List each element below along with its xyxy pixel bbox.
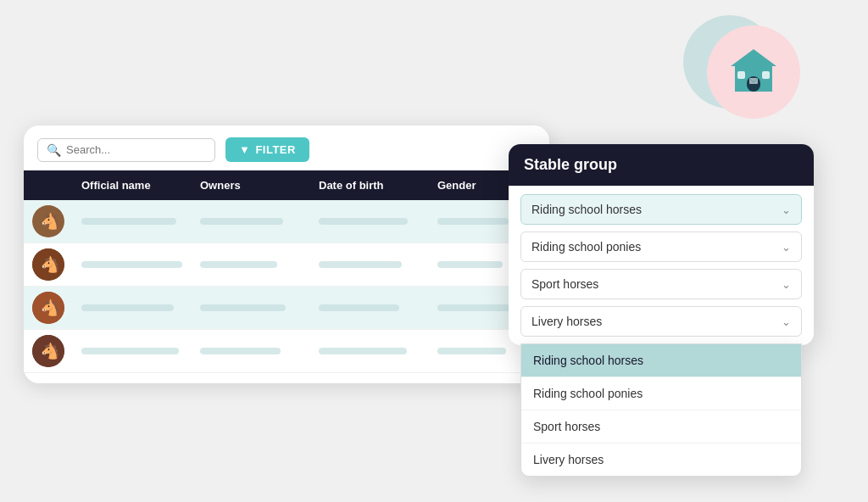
dropdown-label: Riding school ponies: [531, 240, 641, 254]
table-body: 🐴 🐴 🐴: [24, 200, 549, 373]
dropdown-list-item-label: Livery horses: [533, 453, 604, 466]
avatar: 🐴: [32, 205, 64, 237]
svg-text:🐴: 🐴: [41, 342, 60, 360]
barn-icon: [724, 42, 783, 102]
avatar: 🐴: [32, 248, 64, 281]
filter-label: FILTER: [255, 143, 296, 156]
table-row[interactable]: 🐴: [24, 287, 549, 330]
svg-marker-0: [731, 49, 776, 66]
stable-panel: Stable group Riding school horses ⌄ Ridi…: [509, 144, 814, 345]
filter-icon: ▼: [239, 143, 250, 156]
stable-panel-header: Stable group: [509, 144, 814, 186]
search-input[interactable]: [66, 143, 206, 156]
dropdown-list-item-label: Riding school horses: [533, 354, 643, 367]
stable-panel-title: Stable group: [524, 156, 617, 173]
dropdown-sport-horses[interactable]: Sport horses ⌄: [520, 269, 802, 299]
dropdown-livery-horses[interactable]: Livery horses ⌄: [520, 306, 802, 337]
svg-text:🐴: 🐴: [41, 255, 60, 274]
svg-rect-4: [762, 71, 770, 79]
col-avatar: [24, 170, 75, 200]
dropdown-label: Sport horses: [531, 277, 598, 291]
dropdown-list-item-label: Riding school ponies: [533, 387, 643, 400]
col-official-name: Official name: [75, 170, 193, 200]
dropdown-label: Livery horses: [531, 315, 602, 328]
table-card: 🔍 ▼ FILTER Official name Owners Date of …: [24, 126, 549, 383]
filter-button[interactable]: ▼ FILTER: [225, 137, 309, 162]
dropdown-riding-school-horses[interactable]: Riding school horses ⌄: [520, 194, 802, 225]
dropdown-list-item-sport-horses[interactable]: Sport horses: [521, 410, 801, 443]
scene: 🔍 ▼ FILTER Official name Owners Date of …: [0, 0, 868, 502]
svg-rect-3: [737, 71, 745, 79]
chevron-down-icon: ⌄: [782, 278, 791, 291]
table-row[interactable]: 🐴: [24, 200, 549, 243]
avatar: 🐴: [32, 335, 64, 367]
chevron-down-icon: ⌄: [782, 204, 791, 216]
toolbar: 🔍 ▼ FILTER: [24, 126, 549, 170]
dropdown-list-item-riding-school-horses[interactable]: Riding school horses: [521, 344, 801, 377]
chevron-down-icon: ⌄: [782, 241, 791, 254]
dropdown-list-item-livery-horses[interactable]: Livery horses: [521, 443, 801, 476]
barn-circle: [707, 25, 800, 119]
dropdown-expanded-list: Riding school horses Riding school ponie…: [520, 343, 802, 477]
col-dob: Date of birth: [312, 170, 431, 200]
search-icon: 🔍: [47, 143, 61, 157]
dropdown-list-item-riding-school-ponies[interactable]: Riding school ponies: [521, 377, 801, 410]
svg-text:🐴: 🐴: [41, 298, 60, 317]
avatar: 🐴: [32, 292, 64, 324]
chevron-down-icon: ⌄: [782, 315, 791, 328]
table-header: Official name Owners Date of birth Gende…: [24, 170, 549, 200]
dropdown-label: Riding school horses: [531, 203, 642, 216]
stable-dropdowns: Riding school horses ⌄ Riding school pon…: [509, 186, 814, 345]
dropdown-riding-school-ponies[interactable]: Riding school ponies ⌄: [520, 231, 802, 262]
col-owners: Owners: [193, 170, 312, 200]
dropdown-list-item-label: Sport horses: [533, 420, 600, 433]
table-row[interactable]: 🐴: [24, 330, 549, 373]
search-box[interactable]: 🔍: [37, 138, 215, 162]
svg-text:🐴: 🐴: [41, 212, 60, 231]
table-row[interactable]: 🐴: [24, 243, 549, 287]
